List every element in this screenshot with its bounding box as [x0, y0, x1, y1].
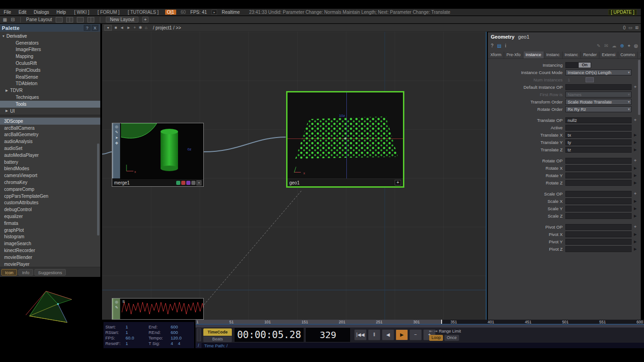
palette-list-item[interactable]: 3DScope: [0, 118, 100, 125]
frame-display[interactable]: 329: [306, 328, 350, 342]
palette-list-item[interactable]: audioSet: [0, 145, 100, 152]
parameter-field[interactable]: Scale Rotate Translate: [565, 99, 632, 105]
palette-list-item[interactable]: movieBlender: [0, 254, 100, 261]
parameter-tab[interactable]: Commo: [618, 52, 638, 58]
palette-tree-item[interactable]: Techniques: [0, 94, 100, 101]
palette-list-item[interactable]: compareComp: [0, 186, 100, 193]
palette-tree-item[interactable]: Mapping: [0, 53, 100, 60]
beats-mode-button[interactable]: Beats: [203, 336, 232, 342]
split-pane-icon[interactable]: ⊞: [635, 25, 638, 30]
palette-list-item[interactable]: battery: [0, 159, 100, 166]
palette-list-item[interactable]: debugControl: [0, 206, 100, 213]
pane-split-icon[interactable]: ⊟: [11, 17, 14, 22]
parameter-field[interactable]: [565, 246, 632, 252]
parameter-field[interactable]: [565, 198, 632, 204]
palette-help-button[interactable]: ?: [84, 25, 91, 31]
node-viewer-merge1[interactable]: x 0z: [121, 123, 203, 178]
palette-list-item[interactable]: firmata: [0, 220, 100, 227]
menu-item[interactable]: Edit: [18, 10, 26, 15]
palette-tree-item[interactable]: Tools: [0, 101, 100, 108]
transport-button[interactable]: ‖: [368, 329, 380, 340]
home-icon[interactable]: ⌂: [145, 25, 147, 30]
parameter-tab[interactable]: Render: [581, 52, 600, 58]
network-menu-caret[interactable]: ▾: [104, 25, 112, 31]
once-button[interactable]: Once: [444, 335, 459, 341]
palette-list-item[interactable]: kinectRecorder: [0, 247, 100, 254]
node-geo1-selected[interactable]: + 10z x geo1 +: [286, 91, 404, 188]
stop-icon[interactable]: ■: [115, 25, 117, 30]
parameter-field[interactable]: [565, 239, 632, 245]
timeline-setting-value[interactable]: 1: [126, 324, 149, 330]
parameter-expander[interactable]: [632, 140, 639, 144]
palette-tab[interactable]: Icon: [1, 269, 17, 276]
parameter-field[interactable]: Names: [565, 92, 632, 98]
layout-preset-vsplit[interactable]: [66, 17, 73, 23]
node-chop[interactable]: ◎ ✎ S: [112, 298, 204, 320]
transport-button[interactable]: ◀: [382, 329, 394, 340]
menu-item[interactable]: File: [4, 10, 11, 15]
node-add-button[interactable]: +: [395, 180, 401, 185]
node-flag-column[interactable]: ◎ ✎ ➤ ✥: [112, 123, 120, 178]
timeline-setting-value[interactable]: 1: [126, 330, 149, 335]
menu-item[interactable]: Dialogs: [34, 10, 49, 15]
palette-list-item[interactable]: imageSearch: [0, 240, 100, 247]
parameter-tab[interactable]: Extensi: [599, 52, 618, 58]
parameter-field[interactable]: Rx Ry Rz: [565, 106, 632, 112]
palette-tree-item[interactable]: ImageFilters: [0, 46, 100, 53]
tree-expand-icon[interactable]: ▼: [2, 34, 6, 38]
parameter-field[interactable]: [565, 125, 632, 131]
palette-list-item[interactable]: equalizer: [0, 213, 100, 220]
add-layout-button[interactable]: +: [142, 17, 149, 23]
info-icon[interactable]: i: [505, 43, 506, 48]
parameter-field[interactable]: null2: [565, 117, 632, 123]
palette-close-button[interactable]: X: [92, 25, 98, 31]
palette-tree-item[interactable]: ▼ Derivative: [0, 33, 100, 40]
parameter-scrollbar[interactable]: [638, 60, 640, 115]
network-canvas[interactable]: ◎ ✎ ➤ ✥ x 0z: [102, 32, 487, 320]
parameter-tab[interactable]: Pre-Xfo: [504, 52, 523, 58]
timeline-setting-value[interactable]: 600: [171, 330, 194, 335]
parameter-field[interactable]: [565, 165, 632, 171]
parameter-field[interactable]: [565, 84, 632, 90]
parameter-tab[interactable]: ≫: [638, 52, 641, 58]
timeline-setting-value[interactable]: 60.0: [126, 335, 149, 341]
palette-list-item[interactable]: chromaKey: [0, 179, 100, 186]
update-button[interactable]: [ UPDATE ]: [608, 9, 637, 15]
parameter-expander[interactable]: [632, 213, 639, 218]
comment-icon[interactable]: ✉: [604, 43, 608, 48]
timeline-options-button[interactable]: [197, 328, 201, 341]
node-merge1[interactable]: ◎ ✎ ➤ ✥ x 0z: [112, 123, 204, 187]
edit-flag-icon[interactable]: ✎: [115, 305, 118, 310]
menubar-link[interactable]: [ WIKI ]: [74, 10, 89, 15]
tree-expand-icon[interactable]: ▶: [6, 109, 10, 113]
parameter-expander[interactable]: [632, 239, 639, 244]
palette-list-item[interactable]: cameraViewport: [0, 172, 100, 179]
pin-flag-icon[interactable]: ✥: [115, 141, 118, 145]
parameter-field[interactable]: [565, 231, 632, 237]
palette-tree-item[interactable]: OculusRift: [0, 60, 100, 67]
add-parameter-icon[interactable]: +: [627, 43, 630, 48]
parameter-expander[interactable]: [632, 180, 639, 185]
layout-preset-quad[interactable]: [87, 17, 94, 23]
loop-button[interactable]: Loop: [429, 335, 443, 341]
parameter-expander[interactable]: [632, 132, 639, 137]
new-layout-button[interactable]: New Layout: [106, 17, 138, 23]
nav-forward-icon[interactable]: ►: [126, 25, 131, 30]
parameter-expander[interactable]: [632, 191, 639, 196]
parameter-field[interactable]: [565, 180, 632, 186]
parameter-field[interactable]: [565, 172, 632, 178]
parameter-field[interactable]: On: [565, 62, 591, 68]
menubar-link[interactable]: [ TUTORIALS ]: [128, 10, 159, 15]
transport-button[interactable]: ▶: [396, 329, 408, 340]
timeline-ruler[interactable]: 151101151201251301351401451501551600: [196, 320, 644, 324]
palette-tab[interactable]: Suggestions: [34, 269, 66, 276]
wire-merge-to-geo[interactable]: [204, 137, 286, 152]
transport-button[interactable]: −: [409, 329, 422, 340]
parameter-field[interactable]: ty: [565, 139, 632, 145]
dot-gray[interactable]: [191, 181, 196, 185]
cloud-icon[interactable]: ☁: [612, 43, 616, 48]
palette-list-item[interactable]: arcBallCamera: [0, 125, 100, 132]
bookmark-icon[interactable]: ✱: [139, 25, 143, 30]
palette-list-item[interactable]: blendModes: [0, 166, 100, 172]
parameter-tab[interactable]: Instanc: [563, 52, 581, 58]
